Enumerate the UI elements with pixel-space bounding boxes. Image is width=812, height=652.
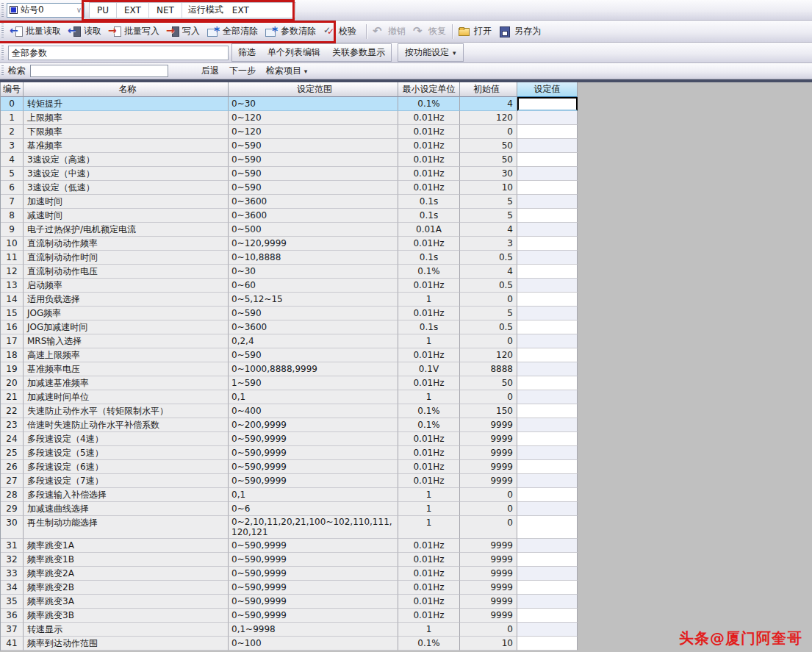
table-row[interactable]: 37 转速显示 0,1~9998 1 0 [0, 623, 578, 637]
cell-setting-value[interactable] [517, 595, 578, 609]
next-button[interactable]: 下一步 [224, 63, 261, 79]
cell-setting-value[interactable] [517, 404, 578, 418]
mode-button-pu[interactable]: PU [90, 3, 117, 18]
cell-name[interactable]: JOG频率 [24, 307, 229, 320]
cell-setting-value[interactable] [517, 502, 578, 516]
cell-name[interactable]: 高速上限频率 [24, 348, 229, 362]
cell-number[interactable]: 27 [1, 474, 24, 488]
save-as-button[interactable]: 另存为 [495, 23, 545, 40]
param-clear-button[interactable]: 参数清除 [262, 23, 320, 40]
cell-number[interactable]: 1 [1, 111, 24, 125]
cell-setting-value[interactable] [517, 348, 578, 362]
cell-name[interactable]: 转矩提升 [24, 97, 229, 111]
search-input[interactable] [30, 65, 168, 77]
cell-setting-value[interactable] [517, 307, 578, 320]
table-row[interactable]: 22 失速防止动作水平（转矩限制水平） 0~400 0.1% 150 [0, 404, 578, 418]
cell-setting-value[interactable] [517, 97, 578, 111]
cell-name[interactable]: 多段速设定（5速） [24, 446, 229, 460]
table-row[interactable]: 10 直流制动动作频率 0~120,9999 0.01Hz 3 [0, 237, 578, 251]
cell-name[interactable]: 加速时间 [24, 195, 229, 209]
cell-name[interactable]: 再生制动功能选择 [24, 516, 229, 539]
cell-number[interactable]: 30 [1, 516, 24, 539]
cell-name[interactable]: JOG加减速时间 [24, 320, 229, 334]
cell-name[interactable]: 3速设定（低速） [24, 181, 229, 195]
cell-number[interactable]: 0 [1, 97, 24, 111]
cell-number[interactable]: 33 [1, 567, 24, 581]
table-row[interactable]: 34 频率跳变2B 0~590,9999 0.01Hz 9999 [0, 581, 578, 595]
cell-setting-value[interactable] [517, 390, 578, 404]
table-row[interactable]: 26 多段速设定（6速） 0~590,9999 0.01Hz 9999 [0, 460, 578, 474]
cell-name[interactable]: 加减速曲线选择 [24, 502, 229, 516]
table-row[interactable]: 19 基准频率电压 0~1000,8888,9999 0.1V 8888 [0, 362, 578, 376]
cell-number[interactable]: 23 [1, 418, 24, 432]
cell-number[interactable]: 19 [1, 362, 24, 376]
batch-write-button[interactable]: 批量写入 [105, 23, 163, 40]
table-row[interactable]: 2 下限频率 0~120 0.01Hz 0 [0, 125, 578, 139]
search-item-dropdown[interactable]: 检索项目 ▾ [261, 63, 312, 79]
table-row[interactable]: 3 基准频率 0~590 0.01Hz 50 [0, 139, 578, 153]
cell-number[interactable]: 26 [1, 460, 24, 474]
cell-setting-value[interactable] [517, 581, 578, 595]
cell-setting-value[interactable] [517, 223, 578, 237]
related-param-display-button[interactable]: 关联参数显示 [326, 44, 391, 61]
toolbar-grip[interactable] [1, 24, 4, 38]
station-combobox[interactable]: 站号0 ∨ [7, 3, 85, 18]
mode-button-ext[interactable]: EXT [117, 3, 149, 18]
clear-all-button[interactable]: 全部清除 [204, 23, 262, 40]
open-button[interactable]: 打开 [455, 23, 495, 40]
undo-button[interactable]: 撤销 [369, 23, 409, 40]
redo-button[interactable]: 恢复 [409, 23, 450, 40]
cell-number[interactable]: 15 [1, 307, 24, 320]
toolbar-grip[interactable] [1, 65, 4, 76]
cell-setting-value[interactable] [517, 362, 578, 376]
cell-name[interactable]: 频率跳变3B [24, 609, 229, 623]
cell-number[interactable]: 18 [1, 348, 24, 362]
cell-setting-value[interactable] [517, 460, 578, 474]
cell-setting-value[interactable] [517, 553, 578, 567]
cell-number[interactable]: 20 [1, 376, 24, 390]
cell-name[interactable]: 加减速时间单位 [24, 390, 229, 404]
cell-name[interactable]: MRS输入选择 [24, 334, 229, 348]
cell-setting-value[interactable] [517, 474, 578, 488]
cell-number[interactable]: 34 [1, 581, 24, 595]
table-row[interactable]: 21 加减速时间单位 0,1 1 0 [0, 390, 578, 404]
cell-name[interactable]: 3速设定（中速） [24, 167, 229, 181]
cell-name[interactable]: 直流制动动作频率 [24, 237, 229, 251]
cell-number[interactable]: 41 [1, 637, 24, 651]
cell-name[interactable]: 频率跳变3A [24, 595, 229, 609]
cell-name[interactable]: 频率跳变1A [24, 539, 229, 553]
table-row[interactable]: 41 频率到达动作范围 0~100 0.1% 10 [0, 637, 578, 651]
table-row[interactable]: 13 启动频率 0~60 0.01Hz 0.5 [0, 279, 578, 293]
table-row[interactable]: 25 多段速设定（5速） 0~590,9999 0.01Hz 9999 [0, 446, 578, 460]
table-row[interactable]: 11 直流制动动作时间 0~10,8888 0.1s 0.5 [0, 251, 578, 265]
cell-name[interactable]: 3速设定（高速） [24, 153, 229, 167]
cell-setting-value[interactable] [517, 111, 578, 125]
cell-name[interactable]: 上限频率 [24, 111, 229, 125]
table-row[interactable]: 18 高速上限频率 0~590 0.01Hz 120 [0, 348, 578, 362]
cell-name[interactable]: 减速时间 [24, 209, 229, 223]
table-row[interactable]: 17 MRS输入选择 0,2,4 1 0 [0, 334, 578, 348]
cell-name[interactable]: 基准频率 [24, 139, 229, 153]
write-button[interactable]: 写入 [163, 23, 204, 40]
cell-number[interactable]: 8 [1, 209, 24, 223]
cell-name[interactable]: 倍速时失速防止动作水平补偿系数 [24, 418, 229, 432]
cell-number[interactable]: 28 [1, 488, 24, 502]
cell-name[interactable]: 电子过热保护/电机额定电流 [24, 223, 229, 237]
cell-setting-value[interactable] [517, 609, 578, 623]
column-header-range[interactable]: 设定范围 [229, 82, 398, 97]
cell-setting-value[interactable] [517, 567, 578, 581]
cell-setting-value[interactable] [517, 153, 578, 167]
cell-name[interactable]: 多段速设定（7速） [24, 474, 229, 488]
cell-setting-value[interactable] [517, 139, 578, 153]
cell-number[interactable]: 16 [1, 320, 24, 334]
cell-number[interactable]: 22 [1, 404, 24, 418]
cell-name[interactable]: 适用负载选择 [24, 293, 229, 307]
cell-number[interactable]: 4 [1, 153, 24, 167]
param-scope-field[interactable]: 全部参数 [8, 46, 229, 60]
cell-name[interactable]: 频率跳变2B [24, 581, 229, 595]
cell-name[interactable]: 多段速设定（4速） [24, 432, 229, 446]
column-header-initial[interactable]: 初始值 [460, 82, 517, 97]
cell-name[interactable]: 基准频率电压 [24, 362, 229, 376]
cell-name[interactable]: 失速防止动作水平（转矩限制水平） [24, 404, 229, 418]
cell-setting-value[interactable] [517, 516, 578, 539]
